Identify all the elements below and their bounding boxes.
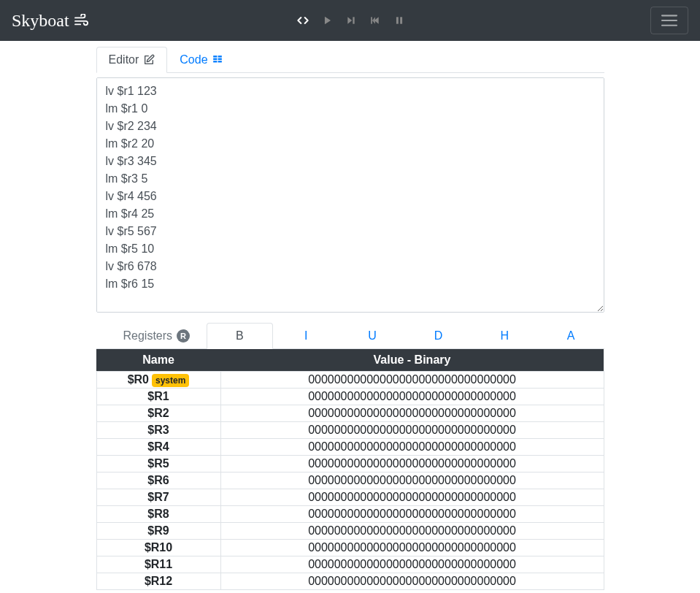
menu-toggle[interactable] — [650, 7, 688, 34]
table-row: $R1300000000000000000000000000000000 — [96, 590, 604, 591]
svg-rect-3 — [371, 17, 372, 23]
register-value-cell: 00000000000000000000000000000000 — [220, 556, 604, 573]
register-name-cell: $R0system — [96, 372, 220, 389]
svg-rect-11 — [213, 56, 217, 57]
play-icon[interactable] — [323, 15, 333, 26]
register-value-cell: 00000000000000000000000000000000 — [220, 422, 604, 439]
table-row: $R100000000000000000000000000000000 — [96, 389, 604, 405]
format-tab-h[interactable]: H — [472, 323, 538, 349]
register-name-cell: $R5 — [96, 456, 220, 473]
registers-table-scroll[interactable]: Name Value - Binary $R0system00000000000… — [96, 349, 604, 590]
register-name-cell: $R2 — [96, 405, 220, 422]
table-row: $R600000000000000000000000000000000 — [96, 473, 604, 489]
svg-rect-7 — [400, 17, 402, 23]
registers-badge-icon: R — [177, 329, 190, 343]
register-value-cell: 00000000000000000000000000000000 — [220, 590, 604, 591]
code-editor[interactable] — [96, 77, 604, 313]
svg-marker-5 — [372, 17, 374, 23]
tab-code[interactable]: Code — [167, 47, 234, 73]
svg-rect-12 — [218, 56, 221, 57]
table-row: $R700000000000000000000000000000000 — [96, 489, 604, 506]
svg-marker-0 — [324, 17, 330, 25]
code-icon[interactable] — [296, 15, 309, 26]
table-row: $R900000000000000000000000000000000 — [96, 523, 604, 540]
svg-rect-15 — [213, 61, 217, 62]
tab-editor[interactable]: Editor — [96, 47, 168, 73]
table-row: $R300000000000000000000000000000000 — [96, 422, 604, 439]
toolbar-controls — [296, 15, 404, 26]
svg-rect-14 — [218, 58, 221, 60]
register-name-cell: $R7 — [96, 489, 220, 506]
format-u-label: U — [368, 329, 377, 343]
register-name-cell: $R9 — [96, 523, 220, 540]
format-b-label: B — [236, 329, 244, 343]
svg-rect-2 — [353, 17, 354, 23]
svg-rect-16 — [218, 61, 221, 62]
table-row: $R400000000000000000000000000000000 — [96, 439, 604, 456]
navbar-inner: Skyboat — [12, 7, 688, 34]
col-name: Name — [96, 349, 220, 372]
svg-marker-1 — [347, 17, 352, 23]
format-tab-u[interactable]: U — [339, 323, 406, 349]
step-forward-icon[interactable] — [346, 15, 356, 26]
register-value-cell: 00000000000000000000000000000000 — [220, 506, 604, 523]
format-d-label: D — [434, 329, 443, 343]
table-row: $R800000000000000000000000000000000 — [96, 506, 604, 523]
registers-tab-label: Registers R — [96, 323, 207, 349]
register-value-cell: 00000000000000000000000000000000 — [220, 523, 604, 540]
registers-table: Name Value - Binary $R0system00000000000… — [96, 349, 604, 590]
register-value-cell: 00000000000000000000000000000000 — [220, 540, 604, 556]
wind-icon — [74, 14, 90, 27]
system-badge: system — [152, 374, 189, 387]
register-name-cell: $R6 — [96, 473, 220, 489]
table-row: $R500000000000000000000000000000000 — [96, 456, 604, 473]
register-name-cell: $R13 — [96, 590, 220, 591]
format-a-label: A — [567, 329, 575, 343]
register-value-cell: 00000000000000000000000000000000 — [220, 389, 604, 405]
tab-code-label: Code — [180, 53, 207, 66]
format-tab-a[interactable]: A — [538, 323, 604, 349]
table-row: $R1100000000000000000000000000000000 — [96, 556, 604, 573]
format-tab-binary[interactable]: B — [207, 323, 273, 349]
col-value: Value - Binary — [220, 349, 604, 372]
format-tab-d[interactable]: D — [405, 323, 472, 349]
register-name-cell: $R1 — [96, 389, 220, 405]
brand-name: Skyboat — [12, 11, 69, 31]
table-row: $R1000000000000000000000000000000000 — [96, 540, 604, 556]
svg-rect-6 — [396, 17, 398, 23]
main-container: Editor Code Registers R B I U D H A — [88, 41, 613, 590]
tab-editor-label: Editor — [109, 53, 139, 66]
editor-panel — [96, 77, 604, 315]
register-name-cell: $R3 — [96, 422, 220, 439]
format-tab-i[interactable]: I — [273, 323, 339, 349]
register-value-cell: 00000000000000000000000000000000 — [220, 372, 604, 389]
register-tabs: Registers R B I U D H A — [96, 323, 604, 349]
navbar: Skyboat — [0, 0, 700, 41]
edit-icon — [143, 54, 155, 66]
svg-rect-13 — [213, 58, 217, 60]
register-value-cell: 00000000000000000000000000000000 — [220, 405, 604, 422]
register-name-cell: $R4 — [96, 439, 220, 456]
format-h-label: H — [501, 329, 509, 343]
editor-tabs: Editor Code — [96, 41, 604, 73]
grid-icon — [212, 55, 223, 65]
register-name-cell: $R8 — [96, 506, 220, 523]
register-value-cell: 00000000000000000000000000000000 — [220, 439, 604, 456]
registers-label: Registers — [123, 329, 173, 343]
table-row: $R0system0000000000000000000000000000000… — [96, 372, 604, 389]
register-name-cell: $R10 — [96, 540, 220, 556]
pause-icon[interactable] — [394, 15, 404, 26]
register-value-cell: 00000000000000000000000000000000 — [220, 456, 604, 473]
register-value-cell: 00000000000000000000000000000000 — [220, 573, 604, 590]
table-row: $R200000000000000000000000000000000 — [96, 405, 604, 422]
table-row: $R1200000000000000000000000000000000 — [96, 573, 604, 590]
skip-back-icon[interactable] — [369, 15, 381, 26]
register-name-cell: $R11 — [96, 556, 220, 573]
register-value-cell: 00000000000000000000000000000000 — [220, 489, 604, 506]
register-value-cell: 00000000000000000000000000000000 — [220, 473, 604, 489]
format-i-label: I — [304, 329, 307, 343]
brand[interactable]: Skyboat — [12, 11, 90, 31]
register-name-cell: $R12 — [96, 573, 220, 590]
